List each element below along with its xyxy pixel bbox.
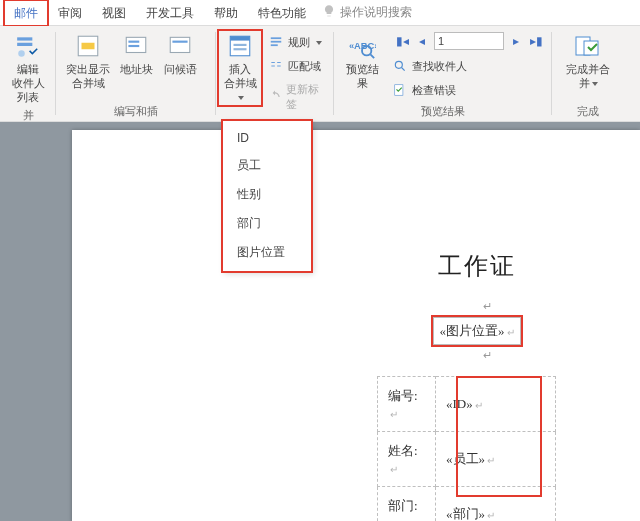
- svg-rect-9: [172, 41, 187, 43]
- svg-rect-12: [234, 44, 247, 46]
- svg-line-19: [370, 54, 374, 58]
- ribbon: 编辑 收件人列表 并 突出显示 合并域 地址块 问候: [0, 26, 640, 122]
- svg-line-21: [402, 68, 405, 71]
- svg-rect-8: [170, 37, 190, 52]
- update-labels-label: 更新标签: [286, 82, 322, 112]
- search-icon: [392, 58, 408, 74]
- merge-field-dropdown: ID 员工 性别 部门 图片位置: [222, 120, 312, 272]
- finish-merge-button[interactable]: 完成并合并: [558, 30, 618, 92]
- record-number-field[interactable]: [434, 32, 504, 50]
- document-canvas: 工作证 ↵ «图片位置»↵ ↵ 编号:↵ «ID»↵ 姓名:↵ «员工»↵: [0, 122, 640, 521]
- svg-rect-1: [17, 43, 32, 46]
- prev-record-button[interactable]: ◂: [414, 33, 430, 49]
- svg-rect-4: [82, 43, 95, 50]
- last-record-button[interactable]: ▸▮: [528, 33, 544, 49]
- menu-item-id[interactable]: ID: [223, 125, 311, 151]
- insert-field-icon: [226, 32, 254, 60]
- greeting-icon: [166, 32, 194, 60]
- lightbulb-icon: [322, 4, 336, 21]
- fields-table[interactable]: 编号:↵ «ID»↵ 姓名:↵ «员工»↵ 部门:↵ «部门»↵: [377, 376, 556, 521]
- paragraph-mark: ↵: [347, 300, 627, 313]
- address-block-label: 地址块: [120, 62, 153, 76]
- group-label-write2: [218, 117, 328, 119]
- card-title[interactable]: 工作证: [407, 250, 547, 282]
- find-recipient-button[interactable]: 查找收件人: [390, 56, 548, 76]
- svg-rect-11: [230, 36, 250, 40]
- svg-point-2: [18, 50, 25, 57]
- group-label-preview: 预览结果: [340, 102, 546, 119]
- tab-help[interactable]: 帮助: [204, 0, 248, 26]
- cell-value[interactable]: «ID»: [446, 396, 473, 411]
- tab-review[interactable]: 审阅: [48, 0, 92, 26]
- insert-merge-field-button[interactable]: 插入 合并域: [218, 30, 262, 106]
- record-navigator: ▮◂ ◂ ▸ ▸▮: [390, 30, 548, 52]
- chevron-down-icon: [238, 90, 244, 104]
- preview-icon: «ABC»: [348, 32, 376, 60]
- highlight-merge-fields-button[interactable]: 突出显示 合并域: [62, 30, 114, 92]
- menu-item-department[interactable]: 部门: [223, 209, 311, 238]
- finish-merge-icon: [574, 32, 602, 60]
- address-block-icon: [122, 32, 150, 60]
- chevron-down-icon: [592, 76, 598, 90]
- svg-rect-7: [128, 45, 139, 47]
- table-row: 编号:↵ «ID»↵: [378, 377, 556, 432]
- table-row: 部门:↵ «部门»↵: [378, 487, 556, 522]
- svg-rect-16: [271, 44, 278, 46]
- tab-mailings[interactable]: 邮件: [4, 0, 48, 26]
- highlight-merge-fields-label: 突出显示 合并域: [66, 62, 110, 90]
- match-icon: [268, 58, 284, 74]
- group-label-write: 编写和插: [62, 102, 210, 119]
- svg-rect-5: [126, 37, 146, 52]
- tab-view[interactable]: 视图: [92, 0, 136, 26]
- svg-rect-6: [128, 41, 139, 43]
- group-label-finish: 完成: [558, 102, 618, 119]
- svg-rect-24: [584, 41, 598, 55]
- edit-recipient-list-label: 编辑 收件人列表: [10, 62, 46, 104]
- menu-item-photo-path[interactable]: 图片位置: [223, 238, 311, 267]
- highlight-icon: [74, 32, 102, 60]
- cell-value[interactable]: «部门»: [446, 506, 485, 521]
- menu-item-gender[interactable]: 性别: [223, 180, 311, 209]
- group-label-start: 并: [6, 106, 50, 123]
- chevron-down-icon: [316, 36, 322, 48]
- check-errors-label: 检查错误: [412, 83, 456, 98]
- find-recipient-label: 查找收件人: [412, 59, 467, 74]
- update-labels-button: 更新标签: [266, 80, 324, 114]
- image-placeholder-field[interactable]: «图片位置»↵: [433, 317, 521, 345]
- next-record-button[interactable]: ▸: [508, 33, 524, 49]
- svg-rect-14: [271, 37, 282, 39]
- rules-icon: [268, 34, 284, 50]
- first-record-button[interactable]: ▮◂: [394, 33, 410, 49]
- match-fields-button[interactable]: 匹配域: [266, 56, 324, 76]
- cell-label: 编号:: [388, 388, 418, 403]
- refresh-icon: [268, 89, 282, 105]
- image-placeholder-text: «图片位置»: [440, 323, 505, 338]
- ribbon-tabs: 邮件 审阅 视图 开发工具 帮助 特色功能 操作说明搜索: [0, 0, 640, 26]
- check-errors-button[interactable]: 检查错误: [390, 80, 548, 100]
- tellme-search[interactable]: 操作说明搜索: [322, 4, 412, 21]
- tellme-label: 操作说明搜索: [340, 4, 412, 21]
- edit-recipient-list-button[interactable]: 编辑 收件人列表: [6, 30, 50, 106]
- paragraph-mark: ↵: [347, 349, 627, 362]
- tab-developer[interactable]: 开发工具: [136, 0, 204, 26]
- cell-label: 姓名:: [388, 443, 418, 458]
- greeting-line-button[interactable]: 问候语: [158, 30, 202, 78]
- table-row: 姓名:↵ «员工»↵: [378, 432, 556, 487]
- cell-label: 部门:: [388, 498, 418, 513]
- match-fields-label: 匹配域: [288, 59, 321, 74]
- cell-value[interactable]: «员工»: [446, 451, 485, 466]
- finish-merge-label: 完成并合并: [562, 62, 614, 90]
- insert-merge-field-label: 插入 合并域: [220, 62, 260, 104]
- address-block-button[interactable]: 地址块: [114, 30, 158, 78]
- rules-button[interactable]: 规则: [266, 32, 324, 52]
- svg-rect-13: [234, 48, 247, 50]
- menu-item-employee[interactable]: 员工: [223, 151, 311, 180]
- tab-special[interactable]: 特色功能: [248, 0, 316, 26]
- svg-rect-0: [17, 37, 32, 40]
- svg-point-20: [395, 61, 402, 68]
- svg-rect-15: [271, 41, 282, 43]
- check-icon: [392, 82, 408, 98]
- page[interactable]: 工作证 ↵ «图片位置»↵ ↵ 编号:↵ «ID»↵ 姓名:↵ «员工»↵: [72, 130, 640, 521]
- paragraph-mark-icon: ↵: [507, 327, 515, 338]
- preview-results-button[interactable]: «ABC» 预览结果: [340, 30, 384, 92]
